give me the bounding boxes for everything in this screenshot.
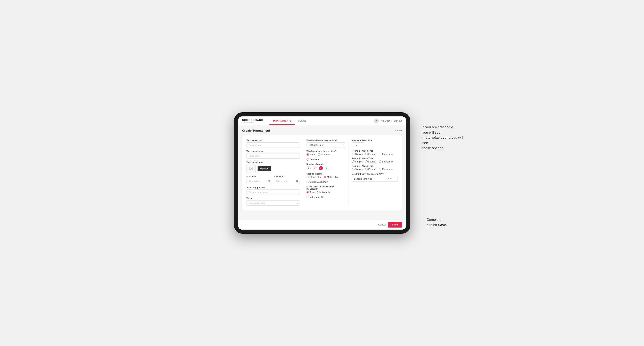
api-clear-icon[interactable]: ✕ ▾ [388, 177, 392, 180]
scoring-stroke[interactable]: Stroke Play [306, 176, 321, 178]
gender-womens-label: Womens [321, 153, 330, 156]
sponsor-label: Sponsor (optional) [246, 186, 300, 189]
individuals-radio[interactable] [306, 196, 309, 198]
division-label: Which division is the event for? [306, 139, 345, 142]
cancel-button[interactable]: Cancel [378, 223, 386, 226]
api-value: Leaderboard King [354, 177, 372, 180]
nav-tournaments[interactable]: TOURNAMENTS [270, 117, 295, 125]
round1-foursomes-radio[interactable] [379, 153, 381, 155]
scoring-medal[interactable]: Medal Match Play [306, 181, 328, 183]
round2-singles[interactable]: Singles [352, 161, 363, 163]
upload-button[interactable]: Upload [258, 166, 271, 171]
gender-mens-radio[interactable] [306, 153, 309, 156]
tournament-name-field: Tournament name [246, 150, 300, 159]
option-individuals[interactable]: Individuals Only [306, 196, 326, 198]
start-date-field: Start date 📅 [246, 175, 272, 184]
gender-combined[interactable]: Combined [306, 158, 320, 161]
option-teams[interactable]: Teams (+Individuals) [306, 191, 330, 193]
teams-individuals-label: Is this event for Teams and/or Individua… [306, 185, 345, 190]
round1-singles-radio[interactable] [352, 153, 354, 155]
rounds-field: Number of rounds 1 2 3 4 [306, 163, 345, 170]
venue-select-wrapper [246, 200, 300, 206]
back-button[interactable]: ‹ Back [395, 129, 402, 132]
sponsor-input[interactable] [246, 189, 300, 195]
round3-fourball[interactable]: Fourball [365, 168, 376, 171]
scoring-medal-label: Medal Match Play [310, 181, 328, 183]
logo-upload-area: Upload [246, 164, 300, 173]
round1-fourball-label: Fourball [368, 153, 376, 155]
annotation-bottom-line2: and hit [426, 223, 438, 227]
venue-input[interactable] [246, 200, 300, 206]
round2-singles-radio[interactable] [352, 161, 354, 163]
gender-womens[interactable]: Womens [318, 153, 330, 156]
scoring-match[interactable]: Match Play [324, 176, 338, 178]
gender-combined-radio[interactable] [306, 158, 309, 161]
round-1-btn[interactable]: 1 [306, 166, 311, 170]
max-team-size-label: Maximum Team Size [352, 139, 398, 142]
gender-womens-radio[interactable] [318, 153, 320, 156]
round1-singles[interactable]: Singles [352, 153, 363, 155]
end-date-wrapper: 📅 [274, 179, 300, 184]
round-3-btn[interactable]: 3 [319, 166, 323, 170]
round1-singles-label: Singles [355, 153, 363, 155]
max-team-size-input[interactable] [352, 142, 364, 147]
brand-sub: Powered by clippit [242, 122, 264, 123]
annotation-line1: If you are [422, 125, 437, 129]
round3-match-type: Round 3 - Match Type Singles Fourball [352, 165, 398, 171]
image-icon [249, 167, 253, 171]
teams-radio[interactable] [306, 191, 309, 193]
round3-foursomes-label: Foursomes [382, 168, 394, 171]
round3-singles-radio[interactable] [352, 168, 354, 171]
round3-foursomes-radio[interactable] [379, 168, 381, 171]
scoring-match-radio[interactable] [324, 176, 326, 178]
separator: | [391, 120, 392, 122]
round3-fourball-label: Fourball [368, 168, 376, 171]
scoring-medal-radio[interactable] [306, 181, 309, 183]
date-row: Start date 📅 End date 📅 [246, 175, 300, 184]
round3-foursomes[interactable]: Foursomes [379, 168, 394, 171]
annotation-line2: creating a [438, 125, 453, 129]
middle-column: Which division is the event for? NCAA Di… [303, 139, 345, 206]
third-party-field: Use third-party live scoring API? Leader… [352, 173, 398, 182]
round3-options: Singles Fourball Foursomes [352, 168, 398, 171]
scoring-match-label: Match Play [327, 176, 338, 178]
round-4-btn[interactable]: 4 [325, 166, 329, 170]
content-area: Create Tournament ‹ Back Tournament Host [238, 125, 406, 219]
round1-fourball[interactable]: Fourball [365, 153, 376, 155]
api-select-box[interactable]: Leaderboard King ✕ ▾ [352, 176, 398, 182]
round-2-btn[interactable]: 2 [313, 166, 317, 170]
tournament-logo-label: Tournament logo [246, 161, 300, 163]
scoring-stroke-radio[interactable] [306, 176, 309, 178]
division-select[interactable]: NCAA Division I NCAA Division II NAIA [306, 142, 345, 148]
sign-out-link[interactable]: Sign out [394, 120, 402, 122]
nav-teams[interactable]: TEAMS [295, 117, 310, 125]
start-date-wrapper: 📅 [246, 179, 272, 184]
tournament-logo-field: Tournament logo Upload [246, 161, 300, 173]
tournament-host-field: Tournament Host [246, 139, 300, 148]
round1-fourball-radio[interactable] [365, 153, 368, 155]
sponsor-field: Sponsor (optional) [246, 186, 300, 195]
round2-fourball-radio[interactable] [365, 161, 368, 163]
rounds-group: 1 2 3 4 [306, 166, 345, 170]
round2-foursomes[interactable]: Foursomes [379, 161, 394, 163]
form-footer: Cancel Save [238, 219, 406, 230]
brand-name: SCOREBOARD [242, 119, 264, 122]
round2-foursomes-radio[interactable] [379, 161, 381, 163]
round3-singles[interactable]: Singles [352, 168, 363, 171]
round2-fourball[interactable]: Fourball [365, 161, 376, 163]
round1-foursomes[interactable]: Foursomes [379, 153, 394, 155]
form-grid: Tournament Host Tournament name Tourname… [242, 135, 402, 210]
round3-fourball-radio[interactable] [365, 168, 368, 171]
tournament-name-input[interactable] [246, 153, 300, 159]
page-title: Create Tournament [242, 129, 270, 132]
annotation-top-right: If you are creating a you will see match… [422, 125, 468, 151]
back-chevron-icon: ‹ [395, 129, 396, 132]
annotation-line4: these options. [422, 146, 444, 150]
gender-field: Which gender is the event for? Mens Wome… [306, 150, 345, 161]
gender-combined-label: Combined [310, 158, 320, 161]
save-button[interactable]: Save [388, 222, 402, 227]
venue-label: Venue [246, 197, 300, 199]
round2-fourball-label: Fourball [368, 161, 376, 163]
gender-mens[interactable]: Mens [306, 153, 315, 156]
tournament-host-input[interactable] [246, 142, 300, 148]
